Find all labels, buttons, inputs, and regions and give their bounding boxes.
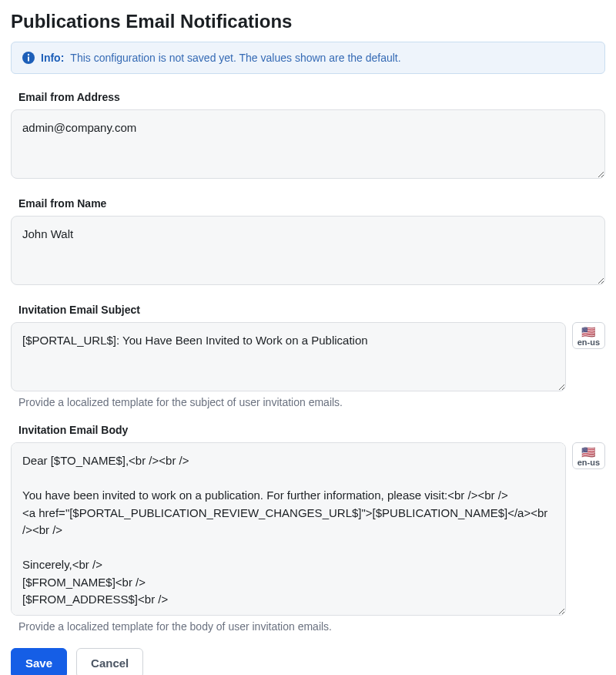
save-button[interactable]: Save [11,648,67,675]
page-title: Publications Email Notifications [11,11,605,32]
input-from-name[interactable] [11,216,605,285]
cancel-button[interactable]: Cancel [76,648,143,675]
svg-rect-1 [28,57,29,62]
field-email-from-name: Email from Name [11,197,605,288]
info-label: Info: [41,52,64,64]
label-from-address: Email from Address [18,91,605,103]
field-invitation-subject: Invitation Email Subject 🇺🇸 en-us Provid… [11,304,605,408]
input-body[interactable] [11,442,566,616]
input-subject[interactable] [11,322,566,391]
label-body: Invitation Email Body [18,424,605,436]
info-icon [22,52,35,64]
svg-point-2 [28,54,29,55]
info-text: This configuration is not saved yet. The… [70,52,400,64]
field-invitation-body: Invitation Email Body 🇺🇸 en-us Provide a… [11,424,605,633]
locale-code: en-us [578,338,600,347]
locale-button-body[interactable]: 🇺🇸 en-us [572,442,605,469]
button-row: Save Cancel [11,648,605,675]
helper-subject: Provide a localized template for the sub… [18,396,605,408]
label-subject: Invitation Email Subject [18,304,605,316]
flag-icon: 🇺🇸 [581,326,596,338]
flag-icon: 🇺🇸 [581,446,596,458]
info-alert: Info: This configuration is not saved ye… [11,42,605,74]
label-from-name: Email from Name [18,197,605,210]
field-email-from-address: Email from Address [11,91,605,182]
locale-button-subject[interactable]: 🇺🇸 en-us [572,322,605,349]
input-from-address[interactable] [11,109,605,179]
locale-code: en-us [578,458,600,467]
helper-body: Provide a localized template for the bod… [18,620,605,633]
